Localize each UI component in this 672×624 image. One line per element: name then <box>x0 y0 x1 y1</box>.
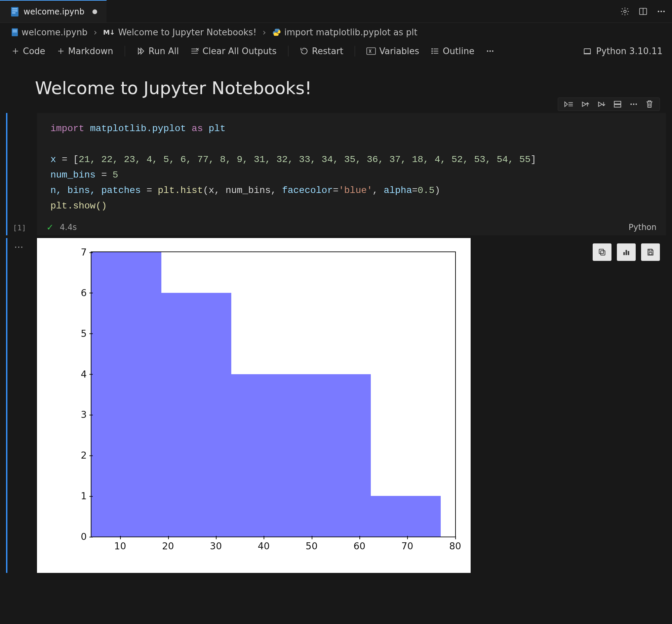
y-tick-label: 4 <box>81 368 87 380</box>
y-tick-label: 1 <box>81 491 87 502</box>
copy-output-icon[interactable] <box>593 243 612 261</box>
delete-cell-icon[interactable] <box>645 100 653 109</box>
svg-rect-53 <box>649 253 652 255</box>
code-content[interactable]: import matplotlib.pyplot as plt x = [21,… <box>37 113 666 219</box>
add-code-cell-button[interactable]: Code <box>7 45 50 57</box>
success-check-icon: ✓ <box>46 222 54 232</box>
outline-button[interactable]: Outline <box>426 45 479 57</box>
svg-marker-34 <box>565 102 567 107</box>
histogram-bar <box>92 252 161 537</box>
svg-rect-51 <box>628 251 629 255</box>
restart-icon <box>300 47 309 55</box>
cell-duration: 4.4s <box>60 223 77 232</box>
svg-point-30 <box>489 50 491 52</box>
histogram-bar <box>301 374 371 537</box>
svg-point-27 <box>432 51 432 51</box>
split-cell-icon[interactable] <box>613 100 622 109</box>
python-icon <box>272 28 281 37</box>
cell-status-bar: ✓ 4.4s Python <box>37 219 666 235</box>
x-tick-label: 80 <box>449 541 461 552</box>
y-tick-label: 2 <box>81 450 87 461</box>
variables-button[interactable]: Variables <box>362 45 424 57</box>
add-markdown-cell-label: Markdown <box>68 46 113 56</box>
histogram-chart: 012345671020304050607080 <box>37 238 471 573</box>
output-more-actions-icon[interactable]: ⋯ <box>14 241 24 253</box>
toolbar-more-button[interactable] <box>481 45 499 57</box>
histogram-bar <box>161 293 231 537</box>
notebook-file-icon <box>11 7 19 17</box>
x-tick-label: 10 <box>114 541 126 552</box>
toolbar-divider <box>125 46 125 56</box>
svg-point-29 <box>487 50 488 52</box>
open-plot-viewer-icon[interactable] <box>617 243 636 261</box>
chart-axes: 012345671020304050607080 <box>91 252 456 537</box>
editor-tab-active[interactable]: welcome.ipynb <box>0 0 107 23</box>
svg-rect-22 <box>367 48 376 54</box>
notebook-file-icon <box>11 28 18 37</box>
svg-rect-3 <box>12 12 16 14</box>
x-tick-label: 40 <box>258 541 270 552</box>
x-tick-label: 30 <box>210 541 222 552</box>
x-tick-label: 70 <box>402 541 413 552</box>
svg-rect-41 <box>614 105 621 107</box>
outline-icon <box>431 47 439 55</box>
y-tick-label: 3 <box>81 409 87 420</box>
more-actions-icon[interactable] <box>629 100 638 109</box>
cell-language-label[interactable]: Python <box>629 223 656 232</box>
restart-kernel-label: Restart <box>312 46 343 56</box>
cell-output: ⋯ 012345671020304050607080 <box>6 238 666 573</box>
markdown-icon: M↓ <box>103 28 115 36</box>
svg-point-4 <box>624 10 626 12</box>
x-tick-label: 60 <box>353 541 365 552</box>
breadcrumb-separator-icon: › <box>92 27 98 37</box>
clear-outputs-icon <box>190 47 199 55</box>
tabbar-actions <box>620 7 666 16</box>
breadcrumb-section[interactable]: M↓ Welcome to Jupyter Notebooks! <box>103 27 257 37</box>
settings-gear-icon[interactable] <box>620 7 630 16</box>
breadcrumb-cell-hint[interactable]: import matplotlib.pyplot as plt <box>272 27 417 37</box>
run-by-line-icon[interactable] <box>564 100 573 109</box>
split-editor-icon[interactable] <box>638 7 648 16</box>
cell-toolbar <box>558 98 660 111</box>
breadcrumb-file[interactable]: welcome.ipynb <box>11 27 87 37</box>
variables-label: Variables <box>379 46 419 56</box>
kernel-label: Python 3.10.11 <box>596 46 663 56</box>
svg-rect-47 <box>601 251 605 255</box>
editor-tabbar: welcome.ipynb <box>0 0 672 23</box>
restart-kernel-button[interactable]: Restart <box>295 45 348 57</box>
code-cell-editor[interactable]: import matplotlib.pyplot as plt x = [21,… <box>37 113 666 235</box>
toolbar-divider <box>288 46 288 56</box>
execute-below-icon[interactable] <box>597 100 606 109</box>
svg-rect-52 <box>649 249 652 251</box>
execute-above-icon[interactable] <box>581 100 590 109</box>
add-code-cell-label: Code <box>23 46 45 56</box>
kernel-icon <box>583 46 592 56</box>
add-markdown-cell-button[interactable]: Markdown <box>52 45 118 57</box>
save-output-icon[interactable] <box>641 243 660 261</box>
svg-rect-48 <box>599 249 603 254</box>
svg-point-9 <box>663 10 665 12</box>
y-tick-label: 7 <box>81 247 87 258</box>
svg-point-7 <box>658 10 660 12</box>
svg-rect-2 <box>12 10 18 11</box>
x-tick-label: 50 <box>306 541 318 552</box>
output-actions <box>593 243 660 261</box>
svg-rect-40 <box>614 101 621 104</box>
notebook-toolbar: Code Markdown Run All Clear All Outputs <box>0 42 672 60</box>
y-tick-label: 6 <box>81 287 87 298</box>
breadcrumb[interactable]: welcome.ipynb › M↓ Welcome to Jupyter No… <box>0 23 672 42</box>
breadcrumb-file-label: welcome.ipynb <box>22 27 87 37</box>
editor-tab-filename: welcome.ipynb <box>24 7 84 17</box>
kernel-picker-button[interactable]: Python 3.10.11 <box>578 45 665 57</box>
plus-icon <box>57 47 65 55</box>
svg-rect-33 <box>584 53 591 54</box>
more-actions-icon[interactable] <box>656 7 666 16</box>
breadcrumb-section-label: Welcome to Jupyter Notebooks! <box>118 27 257 37</box>
svg-rect-50 <box>626 250 627 255</box>
run-all-button[interactable]: Run All <box>132 45 184 57</box>
svg-rect-49 <box>623 252 625 255</box>
clear-all-outputs-button[interactable]: Clear All Outputs <box>186 45 281 57</box>
y-tick-label: 5 <box>81 328 87 339</box>
histogram-bar <box>231 374 301 537</box>
run-all-icon <box>136 47 145 55</box>
